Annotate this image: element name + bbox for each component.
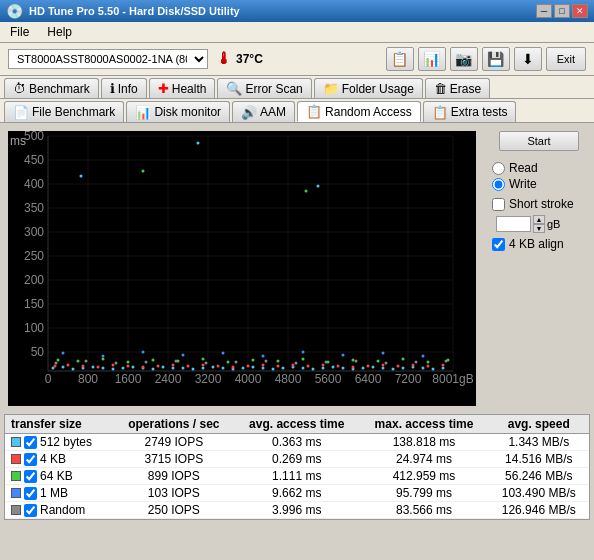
align-4kb-checkbox[interactable] <box>492 238 505 251</box>
window-controls: ─ □ ✕ <box>536 4 588 18</box>
svg-point-109 <box>367 365 370 368</box>
svg-point-57 <box>172 367 175 370</box>
error-scan-icon: 🔍 <box>226 81 242 96</box>
svg-point-117 <box>102 358 105 361</box>
svg-point-129 <box>402 358 405 361</box>
svg-point-124 <box>277 360 280 363</box>
svg-point-102 <box>262 364 265 367</box>
svg-point-101 <box>247 365 250 368</box>
svg-point-154 <box>355 360 358 363</box>
toolbar-icon-4[interactable]: 💾 <box>482 47 510 71</box>
row-checkbox-0[interactable] <box>24 436 37 449</box>
start-button[interactable]: Start <box>499 131 579 151</box>
legend-color-4 <box>11 505 21 515</box>
menu-file[interactable]: File <box>6 24 33 40</box>
svg-point-104 <box>292 364 295 367</box>
write-radio-label[interactable]: Write <box>492 177 590 191</box>
tab-file-benchmark[interactable]: 📄 File Benchmark <box>4 101 124 122</box>
svg-point-46 <box>62 366 65 369</box>
svg-point-130 <box>427 361 430 364</box>
toolbar-icon-3[interactable]: 📷 <box>450 47 478 71</box>
cell-max-4: 83.566 ms <box>359 502 488 519</box>
spinner-row: 40 ▲ ▼ gB <box>496 215 590 233</box>
svg-text:500: 500 <box>24 131 44 143</box>
spinner-down-button[interactable]: ▼ <box>533 224 545 233</box>
svg-point-65 <box>252 366 255 369</box>
tab-erase[interactable]: 🗑 Erase <box>425 78 490 98</box>
legend-color-0 <box>11 437 21 447</box>
svg-point-106 <box>322 364 325 367</box>
svg-text:100: 100 <box>24 321 44 335</box>
svg-text:5600: 5600 <box>315 372 342 386</box>
svg-point-89 <box>67 364 70 367</box>
toolbar-icon-5[interactable]: ⬇ <box>514 47 542 71</box>
svg-point-125 <box>302 358 305 361</box>
svg-point-121 <box>202 358 205 361</box>
tab-benchmark[interactable]: ⏱ Benchmark <box>4 78 99 98</box>
svg-point-78 <box>382 367 385 370</box>
row-checkbox-4[interactable] <box>24 504 37 517</box>
svg-point-83 <box>432 368 435 371</box>
minimize-button[interactable]: ─ <box>536 4 552 18</box>
svg-point-142 <box>382 352 385 355</box>
tab-random-access[interactable]: 📋 Random Access <box>297 101 421 122</box>
svg-point-68 <box>282 367 285 370</box>
results-table: transfer size operations / sec avg. acce… <box>5 415 589 519</box>
svg-text:800: 800 <box>78 372 98 386</box>
row-checkbox-1[interactable] <box>24 453 37 466</box>
align-4kb-label[interactable]: 4 KB align <box>492 237 590 251</box>
cell-ops-2: 899 IOPS <box>114 468 235 485</box>
tab-error-scan[interactable]: 🔍 Error Scan <box>217 78 311 98</box>
svg-point-79 <box>392 368 395 371</box>
svg-text:6400: 6400 <box>355 372 382 386</box>
cell-avg-3: 9.662 ms <box>234 485 359 502</box>
toolbar-icon-1[interactable]: 📋 <box>386 47 414 71</box>
row-checkbox-3[interactable] <box>24 487 37 500</box>
tab-aam[interactable]: 🔊 AAM <box>232 101 295 122</box>
cell-avg-2: 1.111 ms <box>234 468 359 485</box>
svg-point-66 <box>262 367 265 370</box>
svg-point-136 <box>142 351 145 354</box>
svg-point-51 <box>112 368 115 371</box>
menu-help[interactable]: Help <box>43 24 76 40</box>
svg-point-153 <box>325 361 328 364</box>
cell-speed-2: 56.246 MB/s <box>489 468 589 485</box>
svg-point-127 <box>352 359 355 362</box>
svg-text:50: 50 <box>31 345 45 359</box>
maximize-button[interactable]: □ <box>554 4 570 18</box>
short-stroke-checkbox[interactable] <box>492 198 505 211</box>
svg-point-138 <box>222 352 225 355</box>
svg-point-72 <box>322 367 325 370</box>
exit-button[interactable]: Exit <box>546 47 586 71</box>
cell-max-3: 95.799 ms <box>359 485 488 502</box>
disk-selector[interactable]: ST8000ASST8000AS0002-1NA (8001 gB) <box>8 49 208 69</box>
tab-disk-monitor[interactable]: 📊 Disk monitor <box>126 101 230 122</box>
svg-point-115 <box>57 359 60 362</box>
rw-radio-group: Read Write <box>492 161 590 191</box>
row-checkbox-2[interactable] <box>24 470 37 483</box>
erase-icon: 🗑 <box>434 81 447 96</box>
table-row: 64 KB 899 IOPS 1.111 ms 412.959 ms 56.24… <box>5 468 589 485</box>
short-stroke-label[interactable]: Short stroke <box>492 197 590 211</box>
toolbar-icon-2[interactable]: 📊 <box>418 47 446 71</box>
spinner-up-button[interactable]: ▲ <box>533 215 545 224</box>
tab-folder-usage[interactable]: 📁 Folder Usage <box>314 78 423 98</box>
write-radio[interactable] <box>492 178 505 191</box>
svg-point-139 <box>262 355 265 358</box>
svg-point-110 <box>382 364 385 367</box>
cell-max-2: 412.959 ms <box>359 468 488 485</box>
svg-point-148 <box>175 360 178 363</box>
svg-text:8001gB: 8001gB <box>432 372 473 386</box>
svg-point-128 <box>377 360 380 363</box>
gB-spinner-input[interactable]: 40 <box>496 216 531 232</box>
svg-point-151 <box>265 360 268 363</box>
svg-point-140 <box>302 351 305 354</box>
svg-point-55 <box>152 368 155 371</box>
tab-info[interactable]: ℹ Info <box>101 78 147 98</box>
tab-health[interactable]: ✚ Health <box>149 78 216 98</box>
tab-extra-tests[interactable]: 📋 Extra tests <box>423 101 517 122</box>
read-radio-label[interactable]: Read <box>492 161 590 175</box>
close-button[interactable]: ✕ <box>572 4 588 18</box>
read-radio[interactable] <box>492 162 505 175</box>
svg-point-87 <box>317 185 320 188</box>
